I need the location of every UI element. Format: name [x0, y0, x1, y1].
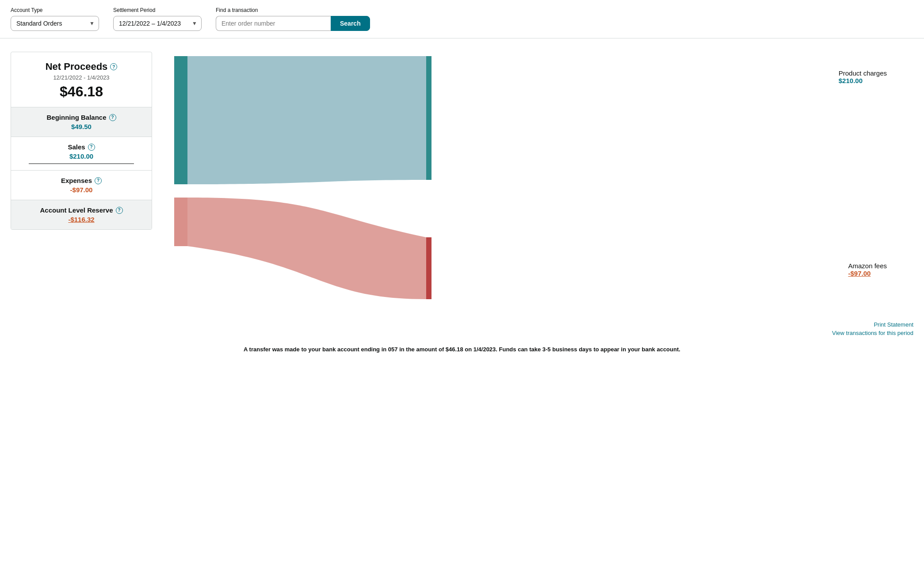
account-type-field: Account Type Standard Orders Sponsored P… [11, 7, 99, 31]
sales-value: $210.00 [20, 152, 143, 160]
sales-divider [29, 164, 134, 164]
account-type-select-wrapper: Standard Orders Sponsored Products FBA I… [11, 16, 99, 31]
view-transactions-link[interactable]: View transactions for this period [832, 330, 913, 336]
find-transaction-field: Find a transaction Search [216, 7, 370, 31]
amazon-fees-value: -$97.00 [848, 270, 887, 277]
account-level-reserve-value: -$116.32 [20, 216, 143, 223]
amazon-fees-label-group: Amazon fees -$97.00 [848, 262, 887, 277]
sankey-svg [152, 52, 462, 308]
beginning-balance-help-icon[interactable]: ? [109, 114, 116, 121]
sales-left-bar [174, 56, 187, 184]
account-level-reserve-row: Account Level Reserve ? -$116.32 [11, 200, 152, 229]
amazon-fees-right-bar [426, 237, 431, 299]
expenses-help-icon[interactable]: ? [95, 177, 102, 184]
beginning-balance-row: Beginning Balance ? $49.50 [11, 107, 152, 137]
settlement-period-select-wrapper: 12/21/2022 – 1/4/2023 12/7/2022 – 12/21/… [113, 16, 202, 31]
main-content: Net Proceeds ? 12/21/2022 - 1/4/2023 $46… [0, 38, 924, 321]
product-charges-right-bar [426, 56, 431, 180]
product-charges-value: $210.00 [839, 77, 887, 84]
sales-help-icon[interactable]: ? [88, 144, 95, 151]
order-number-input[interactable] [216, 16, 331, 31]
product-charges-label: Product charges [839, 69, 887, 77]
net-proceeds-section: Net Proceeds ? 12/21/2022 - 1/4/2023 $46… [11, 52, 152, 107]
top-bar: Account Type Standard Orders Sponsored P… [0, 0, 924, 38]
settlement-period-field: Settlement Period 12/21/2022 – 1/4/2023 … [113, 7, 202, 31]
settlement-period-select[interactable]: 12/21/2022 – 1/4/2023 12/7/2022 – 12/21/… [113, 16, 202, 31]
sankey-chart-area: Product charges $210.00 Amazon fees -$97… [152, 47, 913, 312]
find-transaction-row: Search [216, 16, 370, 31]
settlement-period-label: Settlement Period [113, 7, 202, 13]
net-proceeds-title: Net Proceeds ? [20, 61, 143, 72]
account-type-label: Account Type [11, 7, 99, 13]
sales-row: Sales ? $210.00 [11, 137, 152, 171]
expenses-left-bar [174, 198, 187, 246]
net-proceeds-date: 12/21/2022 - 1/4/2023 [20, 74, 143, 81]
find-transaction-label: Find a transaction [216, 7, 370, 13]
search-button[interactable]: Search [331, 16, 370, 31]
sankey-expenses-flow [187, 198, 426, 299]
expenses-value: -$97.00 [20, 186, 143, 194]
left-panel: Net Proceeds ? 12/21/2022 - 1/4/2023 $46… [11, 52, 152, 230]
beginning-balance-value: $49.50 [20, 123, 143, 130]
account-level-reserve-help-icon[interactable]: ? [116, 207, 123, 214]
print-statement-link[interactable]: Print Statement [874, 321, 913, 328]
footer-area: Print Statement View transactions for th… [0, 321, 924, 342]
net-proceeds-amount: $46.18 [20, 84, 143, 100]
amazon-fees-label: Amazon fees [848, 262, 887, 270]
product-charges-label-group: Product charges $210.00 [839, 69, 887, 84]
net-proceeds-help-icon[interactable]: ? [110, 63, 117, 70]
sankey-sales-flow [187, 56, 426, 184]
footer-notice: A transfer was made to your bank account… [0, 342, 924, 360]
account-type-select[interactable]: Standard Orders Sponsored Products FBA I… [11, 16, 99, 31]
expenses-row: Expenses ? -$97.00 [11, 171, 152, 200]
